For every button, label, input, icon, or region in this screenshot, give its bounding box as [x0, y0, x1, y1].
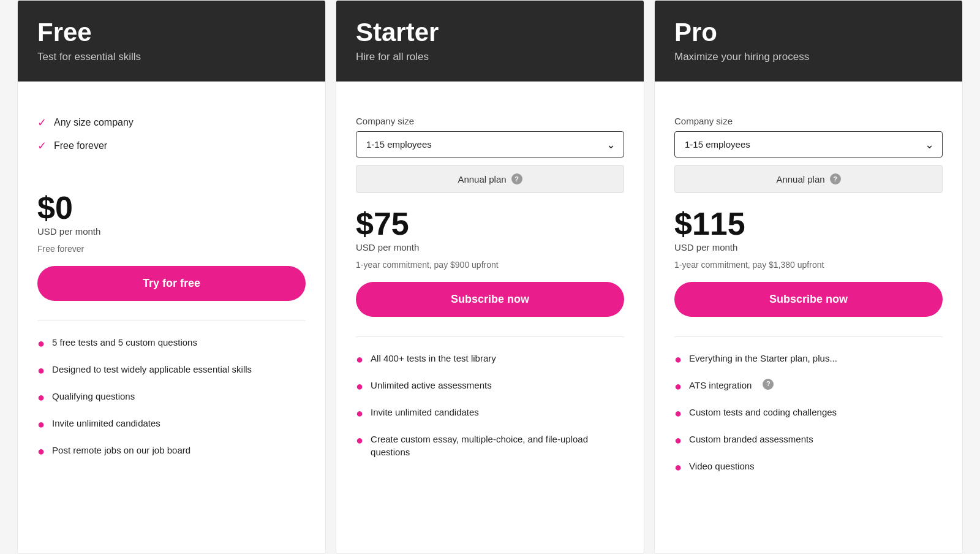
annual-plan-button-pro[interactable]: Annual plan ? [674, 165, 943, 193]
feature-text-pro-1: ATS integration [689, 379, 752, 392]
price-amount-pro: $115 [674, 208, 943, 240]
price-section-free: $0 USD per month [37, 192, 306, 237]
bullet-icon-pro-1: ● [674, 378, 682, 395]
subscribe-now-button-starter[interactable]: Subscribe now [356, 282, 624, 317]
feature-item-pro-1: ● ATS integration ? [674, 379, 943, 395]
plan-title-starter: Starter [356, 18, 624, 47]
plan-card-pro: Pro Maximize your hiring process Company… [654, 0, 963, 554]
plan-card-starter: Starter Hire for all roles Company size … [336, 0, 644, 554]
feature-item-free-3: ● Invite unlimited candidates [37, 417, 306, 433]
bullet-icon-starter-1: ● [356, 378, 363, 395]
feature-text-pro-0: Everything in the Starter plan, plus... [689, 352, 837, 365]
plan-body-starter: Company size 1-15 employees 16-30 employ… [336, 82, 644, 553]
feature-text-free-3: Invite unlimited candidates [52, 417, 160, 430]
price-period-starter: USD per month [356, 242, 624, 252]
plan-subtitle-free: Test for essential skills [37, 51, 306, 63]
price-commitment-starter: 1-year commitment, pay $900 upfront [356, 260, 624, 270]
bullet-icon-starter-2: ● [356, 404, 363, 422]
features-list-pro: ● Everything in the Starter plan, plus..… [674, 352, 943, 487]
plan-body-pro: Company size 1-15 employees 16-30 employ… [655, 82, 962, 553]
plan-body-free: ✓ Any size company ✓ Free forever $0 USD… [18, 82, 325, 553]
bullet-icon-starter-0: ● [356, 351, 363, 368]
feature-item-free-2: ● Qualifying questions [37, 390, 306, 406]
company-size-label-starter: Company size [356, 116, 624, 126]
features-divider-free [37, 321, 306, 321]
feature-text-free-4: Post remote jobs on our job board [52, 444, 190, 457]
price-period-free: USD per month [37, 226, 306, 237]
company-size-select-wrapper-starter: 1-15 employees 16-30 employees 31-50 emp… [356, 131, 624, 157]
company-size-select-wrapper-pro: 1-15 employees 16-30 employees 31-50 emp… [674, 131, 943, 157]
feature-item-pro-4: ● Video questions [674, 460, 943, 476]
bullet-icon-free-1: ● [37, 362, 45, 379]
try-for-free-button[interactable]: Try for free [37, 266, 306, 301]
bullet-icon-free-3: ● [37, 416, 45, 433]
annual-plan-button-starter[interactable]: Annual plan ? [356, 165, 624, 193]
feature-item-starter-3: ● Create custom essay, multiple-choice, … [356, 433, 624, 458]
features-list-free: ● 5 free tests and 5 custom questions ● … [37, 336, 306, 471]
bullet-icon-free-4: ● [37, 442, 45, 460]
bullet-icon-starter-3: ● [356, 431, 363, 449]
bullet-icon-pro-3: ● [674, 431, 682, 449]
feature-text-free-0: 5 free tests and 5 custom questions [52, 336, 197, 349]
feature-text-pro-3: Custom branded assessments [689, 433, 813, 446]
ats-help-icon[interactable]: ? [763, 379, 774, 390]
plan-title-pro: Pro [674, 18, 943, 47]
feature-item-starter-0: ● All 400+ tests in the test library [356, 352, 624, 368]
company-size-label-pro: Company size [674, 116, 943, 126]
price-amount-starter: $75 [356, 208, 624, 240]
bullet-icon-pro-0: ● [674, 351, 682, 368]
plan-header-pro: Pro Maximize your hiring process [655, 1, 962, 82]
company-size-select-pro[interactable]: 1-15 employees 16-30 employees 31-50 emp… [674, 131, 943, 157]
feature-text-starter-2: Invite unlimited candidates [371, 406, 479, 419]
bullet-icon-pro-4: ● [674, 458, 682, 476]
annual-plan-help-icon-pro[interactable]: ? [830, 173, 841, 184]
plan-card-free: Free Test for essential skills ✓ Any siz… [17, 0, 326, 554]
feature-item-pro-0: ● Everything in the Starter plan, plus..… [674, 352, 943, 368]
plan-checklist-free: ✓ Any size company ✓ Free forever [37, 116, 306, 162]
price-section-pro: $115 USD per month [674, 208, 943, 252]
plan-subtitle-pro: Maximize your hiring process [674, 51, 943, 63]
feature-text-starter-0: All 400+ tests in the test library [371, 352, 496, 365]
features-divider-starter [356, 336, 624, 337]
price-section-starter: $75 USD per month [356, 208, 624, 252]
company-size-section-starter: Company size 1-15 employees 16-30 employ… [356, 116, 624, 193]
feature-item-free-0: ● 5 free tests and 5 custom questions [37, 336, 306, 352]
feature-item-pro-2: ● Custom tests and coding challenges [674, 406, 943, 422]
feature-text-pro-2: Custom tests and coding challenges [689, 406, 837, 419]
bullet-icon-free-0: ● [37, 335, 45, 352]
company-size-section-pro: Company size 1-15 employees 16-30 employ… [674, 116, 943, 193]
pricing-container: Free Test for essential skills ✓ Any siz… [0, 0, 980, 554]
subscribe-now-button-pro[interactable]: Subscribe now [674, 282, 943, 317]
plan-header-free: Free Test for essential skills [18, 1, 325, 82]
plan-subtitle-starter: Hire for all roles [356, 51, 624, 63]
feature-text-free-1: Designed to test widely applicable essen… [52, 363, 252, 376]
feature-item-free-1: ● Designed to test widely applicable ess… [37, 363, 306, 379]
feature-item-starter-1: ● Unlimited active assessments [356, 379, 624, 395]
company-size-select-starter[interactable]: 1-15 employees 16-30 employees 31-50 emp… [356, 131, 624, 157]
price-commitment-pro: 1-year commitment, pay $1,380 upfront [674, 260, 943, 270]
feature-text-pro-4: Video questions [689, 460, 754, 472]
feature-text-starter-3: Create custom essay, multiple-choice, an… [371, 433, 624, 458]
annual-plan-label-pro: Annual plan [776, 174, 824, 184]
check-item-1: ✓ Free forever [37, 139, 306, 153]
check-icon-1: ✓ [37, 139, 47, 153]
bullet-icon-free-2: ● [37, 389, 45, 406]
bullet-icon-pro-2: ● [674, 404, 682, 422]
annual-plan-label-starter: Annual plan [458, 174, 506, 184]
check-item-0: ✓ Any size company [37, 116, 306, 129]
check-label-1: Free forever [54, 140, 107, 151]
feature-text-free-2: Qualifying questions [52, 390, 135, 403]
plan-header-starter: Starter Hire for all roles [336, 1, 644, 82]
feature-text-starter-1: Unlimited active assessments [371, 379, 492, 392]
feature-item-free-4: ● Post remote jobs on our job board [37, 444, 306, 460]
feature-item-pro-3: ● Custom branded assessments [674, 433, 943, 449]
price-amount-free: $0 [37, 192, 306, 224]
annual-plan-help-icon-starter[interactable]: ? [511, 173, 522, 184]
price-commitment-free: Free forever [37, 244, 306, 254]
features-list-starter: ● All 400+ tests in the test library ● U… [356, 352, 624, 469]
check-icon-0: ✓ [37, 116, 47, 129]
price-period-pro: USD per month [674, 242, 943, 252]
plan-title-free: Free [37, 18, 306, 47]
check-label-0: Any size company [54, 117, 134, 128]
features-divider-pro [674, 336, 943, 337]
